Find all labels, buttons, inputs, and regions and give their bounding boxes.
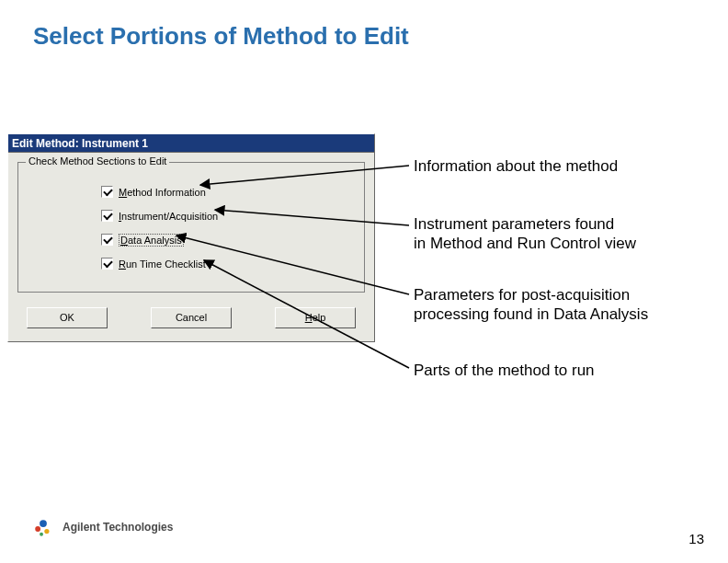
edit-method-dialog: Edit Method: Instrument 1 Method Informa…: [7, 133, 375, 342]
help-button[interactable]: Help: [275, 307, 356, 328]
checkbox-label: Instrument/Acquisition: [119, 211, 218, 222]
checkbox-data-analysis[interactable]: Data Analysis: [101, 232, 355, 247]
checkbox-method-information[interactable]: Method Information: [101, 184, 355, 200]
ok-button[interactable]: OK: [27, 307, 108, 328]
checkbox-instrument-acquisition[interactable]: Instrument/Acquisition: [101, 208, 355, 224]
checkbox-label: Method Information: [119, 187, 206, 198]
svg-point-5: [40, 520, 47, 527]
check-icon: [101, 234, 113, 246]
svg-point-7: [44, 529, 49, 534]
method-sections-groupbox: Method Information Instrument/Acquisitio…: [17, 162, 365, 293]
cancel-button[interactable]: Cancel: [151, 307, 232, 328]
annotation-instrument-params: Instrument parameters found in Method an…: [414, 214, 636, 254]
page-title: Select Portions of Method to Edit: [33, 22, 409, 51]
check-icon: [101, 186, 113, 198]
annotation-data-analysis: Parameters for post-acquisition processi…: [414, 285, 648, 325]
svg-point-8: [40, 533, 43, 536]
checkbox-label: Data Analysis: [119, 234, 184, 247]
check-icon: [101, 258, 113, 270]
footer-logo: Agilent Technologies: [31, 515, 173, 539]
checkbox-runtime-checklist[interactable]: Run Time Checklist: [101, 256, 355, 271]
check-icon: [101, 210, 113, 222]
footer-brand-text: Agilent Technologies: [63, 521, 173, 534]
dialog-title-bar: Edit Method: Instrument 1: [8, 134, 374, 153]
annotation-runtime: Parts of the method to run: [414, 361, 595, 380]
annotation-method-info: Information about the method: [414, 156, 618, 176]
dialog-button-row: OK Cancel Help: [8, 296, 374, 341]
page-number: 13: [688, 531, 704, 546]
checkbox-label: Run Time Checklist: [119, 259, 206, 270]
agilent-logo-icon: [31, 515, 55, 539]
dialog-body: Method Information Instrument/Acquisitio…: [8, 153, 374, 296]
svg-point-6: [35, 526, 40, 532]
